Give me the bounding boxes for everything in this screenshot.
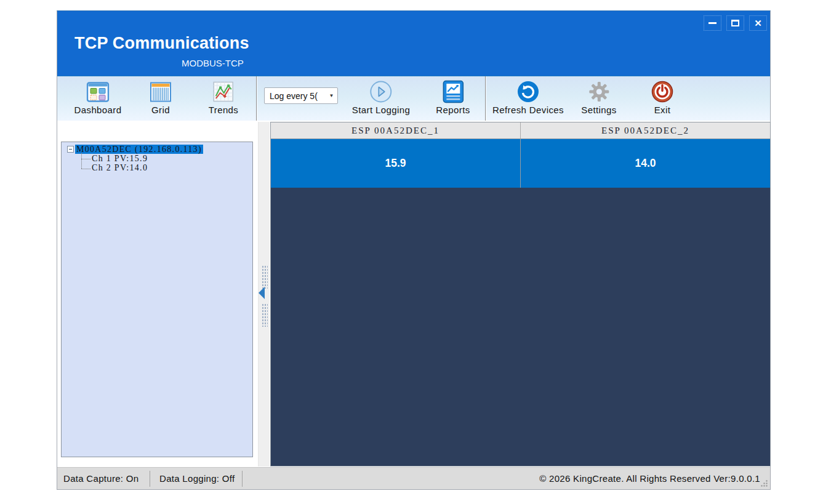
splitter-handle[interactable] xyxy=(258,122,270,466)
app-window: TCP Communications MODBUS-TCP ✕ Dashboa xyxy=(57,10,771,490)
grid-col-header-1[interactable]: ESP 00A52DEC_1 xyxy=(271,122,520,138)
app-subtitle: MODBUS-TCP xyxy=(182,58,244,68)
grid-value-2[interactable]: 14.0 xyxy=(520,139,770,188)
window-controls: ✕ xyxy=(704,15,767,31)
settings-label: Settings xyxy=(581,105,616,115)
exit-power-icon xyxy=(651,79,674,104)
tree-connector-stub-2 xyxy=(81,169,90,169)
status-copyright: © 2026 KingCreate. All Rights Reserved V… xyxy=(539,468,760,489)
tree-connector xyxy=(81,153,82,169)
reports-icon xyxy=(441,79,465,104)
status-separator-2 xyxy=(242,471,243,487)
device-tree-panel: M00A52DEC (192.168.0.113) Ch 1 PV:15.9 C… xyxy=(61,142,253,457)
status-bar: Data Capture: On Data Logging: Off © 202… xyxy=(57,467,770,489)
values-grid: ESP 00A52DEC_1 ESP 00A52DEC_2 15.9 14.0 xyxy=(270,122,771,466)
maximize-button[interactable] xyxy=(726,15,744,31)
grid-button[interactable]: Grid xyxy=(150,79,172,115)
log-interval-value: Log every 5( xyxy=(265,91,326,101)
splitter-grip-bottom xyxy=(262,303,268,327)
resize-grip-icon[interactable] xyxy=(760,479,768,487)
tree-root-row[interactable]: M00A52DEC (192.168.0.113) xyxy=(62,144,252,154)
minimize-button[interactable] xyxy=(704,15,721,31)
reports-label: Reports xyxy=(436,105,470,115)
close-button[interactable]: ✕ xyxy=(749,15,767,31)
exit-button[interactable]: Exit xyxy=(651,79,674,115)
toolbar: Dashboard Grid xyxy=(57,76,770,121)
splitter-collapse-icon[interactable] xyxy=(259,287,265,299)
tree-connector-stub-1 xyxy=(81,159,90,159)
start-logging-button[interactable]: Start Logging xyxy=(352,79,410,115)
tree-item-ch2[interactable]: Ch 2 PV:14.0 xyxy=(62,163,252,172)
dashboard-label: Dashboard xyxy=(74,105,122,115)
grid-col-header-2[interactable]: ESP 00A52DEC_2 xyxy=(520,122,770,138)
reports-button[interactable]: Reports xyxy=(436,79,470,115)
status-data-capture: Data Capture: On xyxy=(63,473,138,484)
minimize-icon xyxy=(709,22,717,24)
grid-value-1[interactable]: 15.9 xyxy=(271,139,520,188)
refresh-icon xyxy=(516,79,540,104)
start-logging-label: Start Logging xyxy=(352,105,410,115)
tree-collapse-icon[interactable] xyxy=(67,146,74,153)
settings-gear-icon xyxy=(587,79,611,104)
title-bar: TCP Communications MODBUS-TCP ✕ xyxy=(57,11,770,76)
grid-value-row: 15.9 14.0 xyxy=(271,139,770,188)
splitter-grip-top xyxy=(262,265,268,289)
grid-icon xyxy=(150,79,172,104)
maximize-icon xyxy=(731,20,739,26)
client-area: M00A52DEC (192.168.0.113) Ch 1 PV:15.9 C… xyxy=(57,121,770,468)
dashboard-icon xyxy=(86,79,109,104)
grid-header-row: ESP 00A52DEC_1 ESP 00A52DEC_2 xyxy=(271,122,770,139)
log-interval-select[interactable]: Log every 5( ▼ xyxy=(264,87,338,104)
grid-label: Grid xyxy=(151,105,170,115)
trends-label: Trends xyxy=(209,105,239,115)
trends-icon xyxy=(213,79,234,104)
tree-root-label[interactable]: M00A52DEC (192.168.0.113) xyxy=(75,145,203,154)
toolbar-separator-2 xyxy=(485,76,486,121)
start-logging-icon xyxy=(369,79,393,104)
trends-button[interactable]: Trends xyxy=(209,79,239,115)
settings-button[interactable]: Settings xyxy=(581,79,616,115)
combo-dropdown-icon[interactable]: ▼ xyxy=(326,88,337,103)
app-title: TCP Communications xyxy=(74,34,249,53)
refresh-devices-label: Refresh Devices xyxy=(492,105,564,115)
close-icon: ✕ xyxy=(754,18,762,28)
dashboard-button[interactable]: Dashboard xyxy=(74,79,122,115)
refresh-devices-button[interactable]: Refresh Devices xyxy=(492,79,564,115)
exit-label: Exit xyxy=(654,105,671,115)
toolbar-separator-1 xyxy=(256,76,257,121)
status-separator-1 xyxy=(150,471,150,487)
status-data-logging: Data Logging: Off xyxy=(159,468,235,489)
